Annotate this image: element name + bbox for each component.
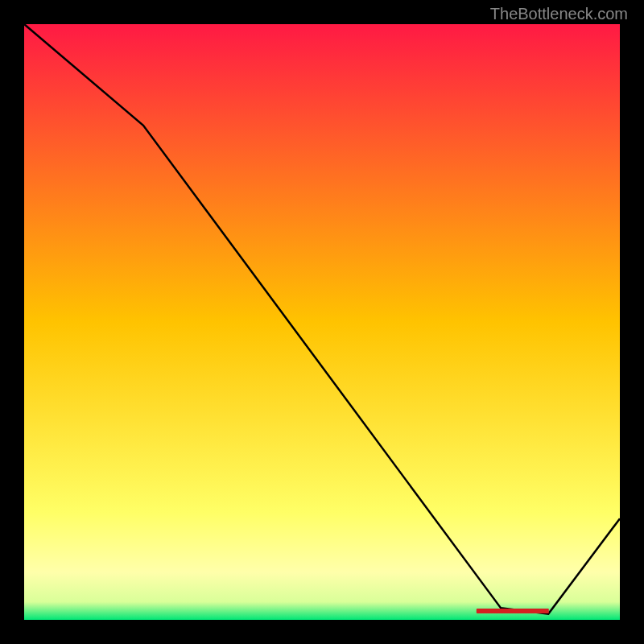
annotation-marker bbox=[477, 609, 549, 613]
svg-rect-0 bbox=[477, 609, 549, 613]
plot-background bbox=[24, 24, 620, 620]
bottleneck-chart bbox=[0, 0, 644, 644]
attribution-text: TheBottleneck.com bbox=[490, 5, 628, 23]
